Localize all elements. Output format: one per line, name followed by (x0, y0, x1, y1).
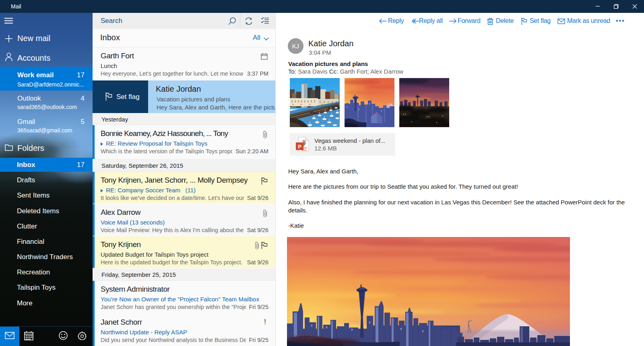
svg-text:P: P (298, 144, 301, 150)
